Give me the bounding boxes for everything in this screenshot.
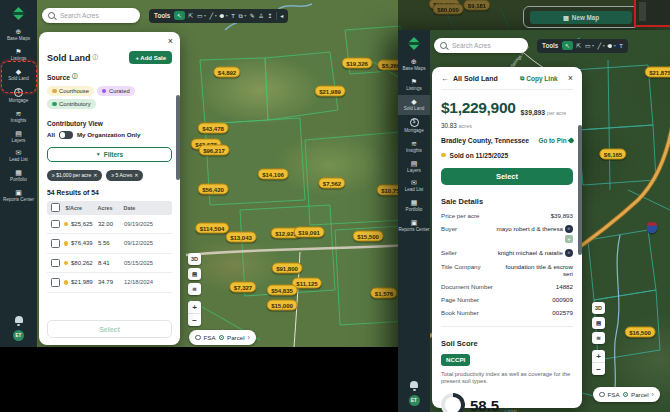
parcel-radio[interactable] — [623, 392, 629, 398]
text-tool-icon[interactable]: T — [231, 13, 235, 19]
polygon-tool-icon[interactable]: ▭ — [585, 43, 591, 49]
fsa-radio[interactable] — [195, 335, 201, 341]
basemap-layers-button[interactable]: ▤ — [188, 268, 201, 280]
acres-logo[interactable] — [408, 37, 421, 50]
select-tool-icon[interactable]: ↖ — [174, 11, 185, 20]
source-chip-curated[interactable]: Curated — [97, 86, 135, 96]
sidebar-item-reports-center[interactable]: ▣Reports Center — [0, 186, 37, 206]
panel-scrollbar[interactable] — [176, 95, 180, 180]
map-insights-button[interactable]: ≋ — [592, 332, 605, 344]
filters-button[interactable]: ▼ Filters — [47, 147, 172, 162]
select-settings-tool-icon[interactable]: ⇱ — [188, 13, 193, 19]
remove-filter-icon[interactable]: ✕ — [134, 172, 138, 178]
chevron-right-icon[interactable]: › — [652, 391, 654, 398]
sidebar-item-layers[interactable]: ▤Layers — [0, 127, 37, 147]
zoom-in-button[interactable]: + — [592, 350, 605, 362]
back-label[interactable]: All Sold Land — [453, 75, 498, 82]
sold-land-row[interactable]: $76,4395.5609/12/2025 — [47, 234, 172, 254]
row-checkbox[interactable] — [51, 239, 60, 248]
sidebar-item-insights[interactable]: ≋Insights — [398, 137, 430, 157]
sold-land-row[interactable]: $80,2628.4105/15/2025 — [47, 254, 172, 274]
search-icon[interactable]: ⌕ — [565, 225, 573, 233]
add-sale-button[interactable]: + Add Sale — [129, 51, 172, 64]
polygon-tool-icon[interactable]: ▭ — [197, 13, 203, 19]
copy-link-button[interactable]: ⧉Copy Link — [520, 75, 558, 82]
notifications-bell-icon[interactable] — [15, 316, 23, 323]
sidebar-item-insights[interactable]: ≋Insights — [0, 107, 37, 127]
add-icon[interactable]: + — [565, 235, 573, 243]
go-to-pin-button[interactable]: Go to Pin — [539, 137, 573, 144]
filter-chip[interactable]: ≥ 5 Acres✕ — [106, 170, 143, 181]
chevron-right-icon[interactable]: › — [248, 334, 250, 341]
street-view-tool-icon[interactable]: ♙ — [258, 13, 263, 19]
sidebar-item-mortgage[interactable]: $Mortgage — [398, 115, 430, 137]
select-button[interactable]: Select — [441, 168, 573, 185]
chevron-down-icon[interactable]: ▾ — [215, 13, 217, 18]
select-settings-tool-icon[interactable]: ⇱ — [576, 43, 581, 49]
basemap-layers-button[interactable]: ▤ — [592, 317, 605, 329]
text-tool-icon[interactable]: T — [619, 43, 623, 49]
sidebar-item-base-maps[interactable]: ⊕Base Maps — [0, 25, 37, 45]
fsa-radio[interactable] — [599, 392, 605, 398]
remove-filter-icon[interactable]: ✕ — [93, 172, 97, 178]
source-chip-contributory[interactable]: Contributory — [47, 99, 96, 109]
row-checkbox[interactable] — [51, 220, 60, 229]
zoom-out-button[interactable]: − — [188, 313, 201, 326]
source-chip-courthouse[interactable]: Courthouse — [47, 86, 94, 96]
sidebar-item-listings[interactable]: ⚑Listings — [398, 75, 430, 95]
sidebar-item-base-maps[interactable]: ⊕Base Maps — [398, 55, 430, 75]
pin-tool-icon[interactable] — [607, 43, 613, 49]
close-icon[interactable]: × — [568, 74, 573, 83]
draw-tool-icon[interactable]: ✎ — [250, 13, 255, 19]
select-tool-icon[interactable]: ↖ — [562, 41, 573, 50]
search-icon[interactable]: ⌕ — [565, 249, 573, 257]
pin-tool-icon[interactable] — [219, 13, 225, 19]
chevron-down-icon[interactable]: ▾ — [244, 13, 246, 18]
sidebar-item-sold-land[interactable]: ◆Sold Land — [398, 95, 430, 115]
3d-view-button[interactable]: 3D — [592, 302, 605, 314]
sold-land-row[interactable]: $21,98934.7912/18/2024 — [47, 273, 172, 293]
info-icon[interactable]: ⓘ — [93, 54, 99, 60]
new-map-button[interactable]: ▦ New Map — [530, 11, 632, 24]
zoom-out-button[interactable]: − — [592, 362, 605, 375]
organization-toggle[interactable] — [59, 131, 73, 139]
info-icon[interactable]: ⓘ — [72, 73, 78, 79]
sidebar-item-portfolio[interactable]: ▦Portfolio — [0, 166, 37, 186]
map-insights-button[interactable]: ≋ — [188, 283, 201, 295]
sidebar-item-lead-list[interactable]: ✉Lead List — [0, 146, 37, 166]
search-input[interactable] — [450, 41, 522, 50]
line-tool-icon[interactable]: ╱ — [210, 13, 214, 19]
collapse-toolbar-icon[interactable]: ◂ — [280, 13, 283, 19]
sidebar-item-lead-list[interactable]: ✉Lead List — [398, 176, 430, 196]
back-arrow-icon[interactable]: ← — [441, 74, 449, 83]
chevron-down-icon[interactable]: ▾ — [592, 43, 594, 48]
chevron-down-icon[interactable]: ▾ — [614, 43, 616, 48]
panel-scrollbar[interactable] — [578, 125, 582, 255]
search-input[interactable] — [58, 11, 134, 20]
sold-land-row[interactable]: $25,62532.0009/19/2025 — [47, 215, 172, 235]
row-checkbox[interactable] — [51, 278, 60, 287]
select-button-disabled[interactable]: Select — [47, 320, 172, 338]
user-avatar[interactable]: ET — [13, 330, 24, 341]
close-icon[interactable]: × — [168, 37, 173, 46]
user-avatar[interactable]: ET — [409, 395, 420, 406]
line-tool-icon[interactable]: ╱ — [598, 43, 602, 49]
search-bar[interactable] — [434, 38, 528, 53]
sidebar-item-reports-center[interactable]: ▣Reports Center — [398, 216, 430, 236]
notifications-bell-icon[interactable] — [410, 381, 418, 388]
acres-logo[interactable] — [12, 7, 25, 20]
parcel-radio[interactable] — [219, 335, 225, 341]
3d-view-button[interactable]: 3D — [188, 253, 201, 265]
chevron-down-icon[interactable]: ▾ — [603, 43, 605, 48]
row-checkbox[interactable] — [51, 259, 60, 268]
chevron-down-icon[interactable]: ▾ — [204, 13, 206, 18]
export-tool-icon[interactable]: ↥ — [267, 13, 272, 19]
zoom-in-button[interactable]: + — [188, 301, 201, 313]
shapes-tool-icon[interactable]: ⧉ — [238, 13, 242, 19]
sidebar-item-layers[interactable]: ▤Layers — [398, 157, 430, 177]
chevron-down-icon[interactable]: ▾ — [226, 13, 228, 18]
sidebar-item-portfolio[interactable]: ▦Portfolio — [398, 196, 430, 216]
select-all-checkbox[interactable] — [51, 203, 60, 212]
search-bar[interactable] — [42, 8, 140, 23]
filter-chip[interactable]: ≥ $1,000 per acre✕ — [47, 170, 102, 181]
